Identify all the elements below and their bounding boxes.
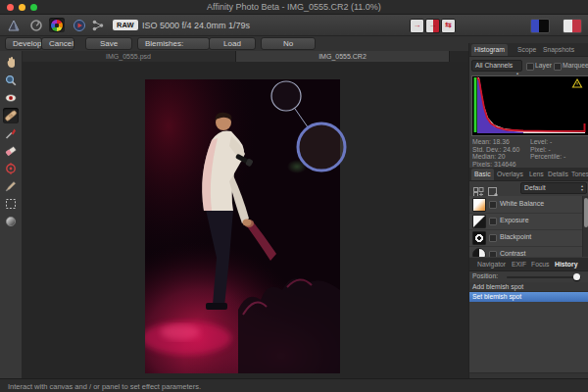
tab-img-0555-cr2[interactable]: IMG_0555.CR2	[236, 51, 450, 62]
tab-overlays[interactable]: Overlays	[494, 169, 526, 180]
stat-level: Level: -	[530, 138, 565, 146]
canvas-area[interactable]	[22, 62, 468, 378]
tab-snapshots[interactable]: Snapshots	[540, 44, 577, 56]
histogram-chart	[471, 75, 588, 136]
history-item-set-blemish[interactable]: Set blemish spot	[469, 292, 588, 302]
blemish-removal-tool[interactable]	[3, 108, 19, 123]
stepper-icon: ▴▾	[581, 184, 583, 192]
stat-median: Median: 20	[472, 153, 519, 161]
stat-percentile: Percentile: -	[530, 153, 565, 161]
histogram-stats-left: Mean: 18.36 Std. Dev.: 24.60 Median: 20 …	[472, 138, 519, 168]
crop-tool[interactable]	[3, 196, 19, 212]
status-bar: Interact with canvas and / or panel to s…	[0, 378, 588, 392]
marquee-checkbox[interactable]	[554, 63, 562, 71]
exif-summary: ISO 5000 f/4 24.0mm 1/79s	[142, 21, 250, 30]
position-label: Position:	[472, 272, 498, 279]
tab-history[interactable]: History	[552, 259, 580, 270]
gradient-tool[interactable]	[3, 214, 19, 229]
cancel-button[interactable]: Cancel	[41, 37, 74, 50]
position-slider-track[interactable]	[507, 276, 581, 278]
history-item-add-blemish[interactable]: Add blemish spot	[469, 282, 588, 292]
load-preset-button[interactable]: Load Preset	[209, 37, 256, 50]
no-samplers-button[interactable]: No Samplers	[261, 37, 316, 50]
status-text: Interact with canvas and / or panel to s…	[8, 382, 201, 391]
white-balance-tool[interactable]	[3, 161, 19, 176]
overlay-paint-tool[interactable]	[3, 125, 19, 141]
liquify-persona-icon[interactable]	[28, 18, 44, 32]
histogram-tab-bar: Histogram Scope Snapshots	[469, 43, 588, 57]
affinity-photo-window: Affinity Photo Beta - IMG_0555.CR2 (11.0…	[0, 0, 588, 392]
show-clipped-shadows-icon[interactable]: →	[425, 19, 440, 33]
stat-std-dev: Std. Dev.: 24.60	[472, 146, 519, 154]
exposure-thumb-icon	[472, 215, 486, 228]
contrast-checkbox[interactable]	[489, 251, 497, 257]
develop-persona-icon[interactable]	[49, 18, 65, 32]
view-tool[interactable]	[3, 55, 19, 71]
tab-exif[interactable]: EXIF	[509, 259, 529, 270]
layer-checkbox-label: Layer	[535, 62, 552, 69]
bottom-tab-bar: Navigator EXIF Focus History	[469, 258, 588, 271]
adjustment-row-contrast[interactable]: Contrast	[469, 246, 588, 257]
preset-grid-icon[interactable]	[473, 183, 484, 193]
blemishes-dropdown[interactable]: Blemishes: None ▴▾	[137, 37, 210, 50]
history-empty-area	[469, 302, 588, 372]
photo-persona-icon[interactable]	[6, 18, 22, 32]
tab-img-0555-psd[interactable]: IMG_0555.psd	[22, 51, 236, 62]
adjustment-list: White Balance Exposure Blackpoint Contra…	[469, 196, 588, 257]
main-toolbar: RAW ISO 5000 f/4 24.0mm 1/79s → → ⇆	[0, 15, 588, 36]
scrollbar-thumb[interactable]	[584, 198, 588, 227]
exposure-checkbox[interactable]	[489, 218, 497, 225]
split-view-toggle-icon[interactable]	[530, 19, 550, 33]
overlay-erase-tool[interactable]	[3, 143, 19, 159]
tone-mapping-persona-icon[interactable]	[72, 18, 87, 32]
blemishes-label: Blemishes:	[145, 39, 183, 48]
window-title: Affinity Photo Beta - IMG_0555.CR2 (11.0…	[0, 2, 588, 12]
histogram-stats-right: Level: - Pixel: - Percentile: -	[530, 138, 565, 161]
preset-add-icon[interactable]	[488, 183, 499, 193]
adjustment-row-white-balance[interactable]: White Balance	[469, 196, 588, 214]
preset-select[interactable]: Default ▴▾	[520, 182, 587, 194]
position-slider-thumb[interactable]	[573, 273, 580, 280]
contrast-thumb-icon	[472, 248, 486, 257]
adjustment-row-blackpoint[interactable]: Blackpoint	[469, 229, 588, 247]
develop-wheel-glyph	[51, 20, 63, 31]
tab-lens[interactable]: Lens	[526, 169, 547, 180]
adjust-tab-bar: Basic Overlays Lens Details Tones	[469, 168, 588, 181]
tab-scope[interactable]: Scope	[514, 44, 539, 56]
mirror-view-toggle-icon[interactable]	[563, 19, 582, 33]
channel-select[interactable]: All Channels ▴▾	[471, 60, 522, 72]
layer-checkbox[interactable]	[526, 63, 534, 71]
save-preset-button[interactable]: Save Preset	[85, 37, 132, 50]
blackpoint-checkbox[interactable]	[489, 234, 497, 242]
tab-histogram[interactable]: Histogram	[471, 44, 508, 56]
export-persona-icon[interactable]	[90, 18, 106, 32]
white-balance-checkbox[interactable]	[489, 201, 497, 209]
show-clipped-pixels-icon[interactable]: ⇆	[441, 19, 456, 33]
right-panel: Histogram Scope Snapshots All Channels ▴…	[468, 43, 588, 378]
adjustment-scrollbar[interactable]	[582, 196, 588, 257]
show-clipped-highlights-icon[interactable]: →	[410, 19, 424, 33]
develop-button[interactable]: Develop	[5, 37, 42, 50]
tab-tones[interactable]: Tones	[568, 169, 588, 180]
photo-canvas[interactable]	[145, 79, 340, 373]
stat-mean: Mean: 18.36	[472, 138, 519, 146]
zoom-tool[interactable]	[3, 73, 19, 88]
white-balance-thumb-icon	[472, 198, 486, 212]
tools-panel	[0, 51, 23, 378]
title-bar: Affinity Photo Beta - IMG_0555.CR2 (11.0…	[0, 0, 588, 15]
overlay-gradient-tool[interactable]	[3, 178, 19, 194]
red-eye-removal-tool[interactable]	[3, 90, 19, 106]
blackpoint-thumb-icon	[472, 231, 486, 245]
tab-focus[interactable]: Focus	[528, 259, 553, 270]
stat-pixel: Pixel: -	[530, 146, 565, 154]
marquee-checkbox-label: Marquee	[563, 62, 588, 69]
adjustment-row-exposure[interactable]: Exposure	[469, 213, 588, 230]
tab-basic[interactable]: Basic	[471, 169, 494, 180]
raw-badge: RAW	[113, 20, 138, 30]
tab-navigator[interactable]: Navigator	[474, 259, 509, 270]
tab-details[interactable]: Details	[545, 169, 571, 180]
document-tab-bar: IMG_0555.psd IMG_0555.CR2	[22, 51, 468, 62]
